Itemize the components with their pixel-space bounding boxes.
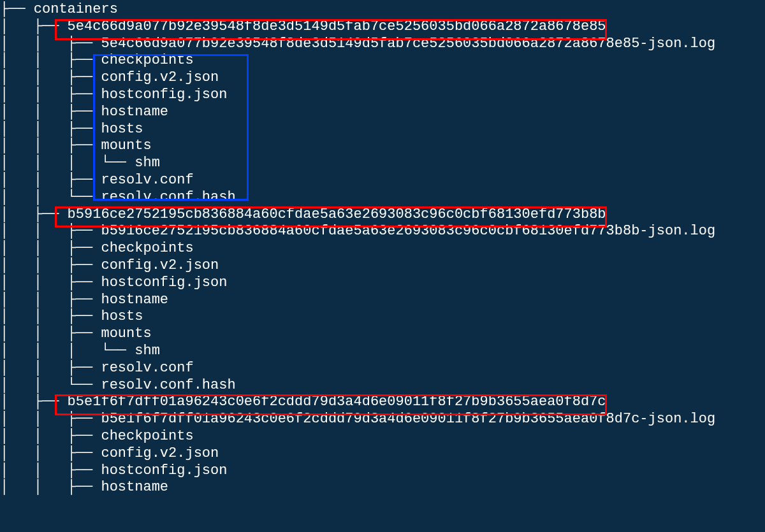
container-file: │ │ ├── hostname — [0, 479, 765, 496]
container-log: │ │ ├── b5916ce2752195cb836884a60cfdae5a… — [0, 223, 765, 240]
tree-line: │ │ ├── hostconfig.json — [0, 463, 227, 478]
tree-line: │ ├── 5e4c66d9a077b92e39548f8de3d5149d5f… — [0, 18, 606, 34]
container-file: │ │ ├── resolv.conf — [0, 360, 765, 377]
tree-line: │ │ ├── checkpoints — [0, 428, 194, 444]
tree-line: │ │ └── resolv.conf.hash — [0, 189, 236, 205]
tree-line: │ │ ├── hosts — [0, 308, 143, 324]
tree-line: │ │ ├── config.v2.json — [0, 445, 219, 461]
tree-root: ├── containers — [0, 1, 765, 18]
container-file: │ │ ├── config.v2.json — [0, 445, 765, 463]
tree-line: │ ├── b5916ce2752195cb836884a60cfdae5a63… — [0, 206, 606, 222]
container-file: │ │ ├── checkpoints — [0, 428, 765, 445]
container-id: │ ├── b5e1f6f7dff01a96243c0e6f2cddd79d3a… — [0, 394, 765, 411]
container-file: │ │ ├── hostconfig.json — [0, 463, 765, 480]
tree-line: │ │ ├── hosts — [0, 121, 143, 137]
container-file: │ │ │ └── shm — [0, 155, 765, 172]
tree-line: │ │ ├── checkpoints — [0, 240, 194, 256]
tree-line: │ │ ├── hostconfig.json — [0, 275, 227, 291]
container-file: │ │ └── resolv.conf.hash — [0, 189, 765, 206]
tree-line: │ │ │ └── shm — [0, 343, 160, 359]
container-file: │ │ ├── hosts — [0, 121, 765, 138]
container-file: │ │ ├── mounts — [0, 326, 765, 343]
tree-line: │ │ ├── 5e4c66d9a077b92e39548f8de3d5149d… — [0, 36, 715, 52]
tree-line: │ │ ├── hostname — [0, 104, 168, 120]
container-file: │ │ │ └── shm — [0, 343, 765, 360]
container-file: │ │ ├── checkpoints — [0, 52, 765, 69]
container-log: │ │ ├── 5e4c66d9a077b92e39548f8de3d5149d… — [0, 36, 765, 53]
tree-line: │ │ │ └── shm — [0, 155, 160, 171]
tree-line: │ ├── b5e1f6f7dff01a96243c0e6f2cddd79d3a… — [0, 394, 606, 410]
container-file: │ │ ├── resolv.conf — [0, 172, 765, 189]
tree-line: │ │ ├── checkpoints — [0, 52, 194, 68]
tree-line: │ │ └── resolv.conf.hash — [0, 377, 236, 393]
terminal-output: ├── containers │ ├── 5e4c66d9a077b92e395… — [0, 0, 765, 532]
tree-line: │ │ ├── mounts — [0, 326, 152, 341]
container-file: │ │ ├── hostconfig.json — [0, 275, 765, 292]
tree-line: │ │ ├── mounts — [0, 138, 152, 154]
tree-line: │ │ ├── config.v2.json — [0, 69, 219, 85]
container-log: │ │ ├── b5e1f6f7dff01a96243c0e6f2cddd79d… — [0, 411, 765, 428]
container-file: │ │ ├── mounts — [0, 138, 765, 155]
container-file: │ │ └── resolv.conf.hash — [0, 377, 765, 394]
container-id: │ ├── 5e4c66d9a077b92e39548f8de3d5149d5f… — [0, 18, 765, 36]
tree-line: │ │ ├── resolv.conf — [0, 360, 194, 376]
tree-line: │ │ ├── resolv.conf — [0, 172, 194, 188]
container-file: │ │ ├── hosts — [0, 308, 765, 326]
container-file: │ │ ├── config.v2.json — [0, 69, 765, 87]
tree-line: │ │ ├── hostconfig.json — [0, 87, 227, 103]
tree-line: ├── containers — [0, 1, 118, 17]
tree-line: │ │ ├── b5e1f6f7dff01a96243c0e6f2cddd79d… — [0, 411, 715, 427]
container-file: │ │ ├── config.v2.json — [0, 257, 765, 275]
container-id: │ ├── b5916ce2752195cb836884a60cfdae5a63… — [0, 206, 765, 224]
container-file: │ │ ├── checkpoints — [0, 240, 765, 257]
tree-line: │ │ ├── hostname — [0, 292, 168, 308]
container-file: │ │ ├── hostname — [0, 104, 765, 121]
tree-line: │ │ ├── config.v2.json — [0, 257, 219, 273]
tree-line: │ │ ├── hostname — [0, 479, 168, 495]
container-file: │ │ ├── hostname — [0, 292, 765, 309]
tree-line: │ │ ├── b5916ce2752195cb836884a60cfdae5a… — [0, 223, 715, 239]
container-file: │ │ ├── hostconfig.json — [0, 87, 765, 104]
